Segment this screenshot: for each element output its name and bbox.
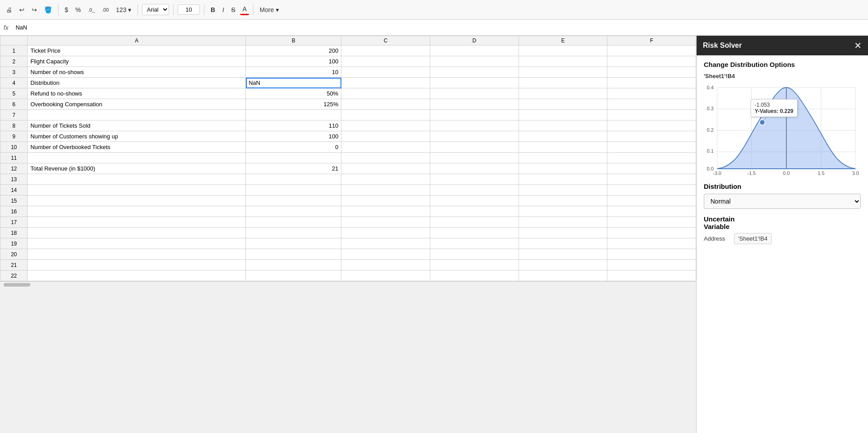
cell-c-1[interactable] xyxy=(341,46,430,56)
text-color-button[interactable]: A xyxy=(240,4,249,15)
cell-a-21[interactable] xyxy=(28,260,246,271)
cell-f-8[interactable] xyxy=(607,121,696,131)
cell-c-11[interactable] xyxy=(341,153,430,163)
cell-c-22[interactable] xyxy=(341,271,430,281)
cell-f-7[interactable] xyxy=(607,110,696,121)
cell-e-12[interactable] xyxy=(519,163,607,174)
paint-format-button[interactable]: 🪣 xyxy=(42,5,54,15)
cell-d-13[interactable] xyxy=(430,174,519,185)
cell-a-10[interactable]: Number of Overbooked Tickets xyxy=(28,142,246,153)
cell-c-7[interactable] xyxy=(341,110,430,121)
cell-a-3[interactable]: Number of no-shows xyxy=(28,67,246,78)
cell-d-3[interactable] xyxy=(430,67,519,78)
cell-f-2[interactable] xyxy=(607,56,696,67)
cell-e-5[interactable] xyxy=(519,88,607,99)
cell-b-17[interactable] xyxy=(246,217,341,228)
cell-d-12[interactable] xyxy=(430,163,519,174)
cell-f-11[interactable] xyxy=(607,153,696,163)
cell-f-5[interactable] xyxy=(607,88,696,99)
cell-f-17[interactable] xyxy=(607,217,696,228)
cell-f-12[interactable] xyxy=(607,163,696,174)
cell-a-13[interactable] xyxy=(28,174,246,185)
cell-c-13[interactable] xyxy=(341,174,430,185)
cell-f-16[interactable] xyxy=(607,206,696,217)
cell-d-15[interactable] xyxy=(430,196,519,206)
cell-e-8[interactable] xyxy=(519,121,607,131)
more-button[interactable]: More ▾ xyxy=(257,5,281,15)
cell-f-21[interactable] xyxy=(607,260,696,271)
cell-e-1[interactable] xyxy=(519,46,607,56)
cell-a-9[interactable]: Number of Customers showing up xyxy=(28,131,246,142)
col-header-c[interactable]: C xyxy=(341,36,430,46)
scroll-thumb[interactable] xyxy=(4,283,30,287)
cell-a-17[interactable] xyxy=(28,217,246,228)
cell-a-11[interactable] xyxy=(28,153,246,163)
cell-a-7[interactable] xyxy=(28,110,246,121)
cell-f-10[interactable] xyxy=(607,142,696,153)
cell-e-7[interactable] xyxy=(519,110,607,121)
cell-f-9[interactable] xyxy=(607,131,696,142)
cell-b-15[interactable] xyxy=(246,196,341,206)
cell-b-13[interactable] xyxy=(246,174,341,185)
cell-a-14[interactable] xyxy=(28,185,246,196)
decimal-dec-button[interactable]: .0_ xyxy=(86,6,97,14)
cell-d-19[interactable] xyxy=(430,238,519,249)
cell-a-15[interactable] xyxy=(28,196,246,206)
cell-b-2[interactable]: 100 xyxy=(246,56,341,67)
panel-close-button[interactable]: ✕ xyxy=(854,40,862,51)
cell-d-5[interactable] xyxy=(430,88,519,99)
cell-e-15[interactable] xyxy=(519,196,607,206)
col-header-f[interactable]: F xyxy=(607,36,696,46)
strikethrough-button[interactable]: S xyxy=(229,5,237,15)
cell-e-11[interactable] xyxy=(519,153,607,163)
horizontal-scrollbar[interactable] xyxy=(0,281,696,287)
cell-b-5[interactable]: 50% xyxy=(246,88,341,99)
cell-c-3[interactable] xyxy=(341,67,430,78)
cell-e-14[interactable] xyxy=(519,185,607,196)
cell-c-17[interactable] xyxy=(341,217,430,228)
cell-e-21[interactable] xyxy=(519,260,607,271)
cell-b-11[interactable] xyxy=(246,153,341,163)
cell-a-5[interactable]: Refund to no-shows xyxy=(28,88,246,99)
cell-a-22[interactable] xyxy=(28,271,246,281)
cell-e-3[interactable] xyxy=(519,67,607,78)
cell-b-19[interactable] xyxy=(246,238,341,249)
cell-c-19[interactable] xyxy=(341,238,430,249)
cell-b-6[interactable]: 125% xyxy=(246,99,341,110)
cell-d-7[interactable] xyxy=(430,110,519,121)
cell-b-9[interactable]: 100 xyxy=(246,131,341,142)
cell-d-18[interactable] xyxy=(430,228,519,238)
cell-f-13[interactable] xyxy=(607,174,696,185)
distribution-select[interactable]: Normal Uniform Triangular Lognormal Expo… xyxy=(704,194,861,209)
decimal-inc-button[interactable]: .00 xyxy=(100,6,111,14)
cell-c-6[interactable] xyxy=(341,99,430,110)
cell-d-10[interactable] xyxy=(430,142,519,153)
cell-d-20[interactable] xyxy=(430,249,519,260)
cell-b-20[interactable] xyxy=(246,249,341,260)
col-header-a[interactable]: A xyxy=(28,36,246,46)
cell-b-21[interactable] xyxy=(246,260,341,271)
cell-b-22[interactable] xyxy=(246,271,341,281)
cell-a-19[interactable] xyxy=(28,238,246,249)
formula-input[interactable] xyxy=(14,23,864,32)
cell-e-13[interactable] xyxy=(519,174,607,185)
cell-e-6[interactable] xyxy=(519,99,607,110)
cell-c-10[interactable] xyxy=(341,142,430,153)
cell-f-22[interactable] xyxy=(607,271,696,281)
cell-d-21[interactable] xyxy=(430,260,519,271)
cell-b-14[interactable] xyxy=(246,185,341,196)
cell-a-2[interactable]: Flight Capacity xyxy=(28,56,246,67)
cell-a-6[interactable]: Overbooking Compensation xyxy=(28,99,246,110)
cell-b-16[interactable] xyxy=(246,206,341,217)
cell-c-18[interactable] xyxy=(341,228,430,238)
cell-b-10[interactable]: 0 xyxy=(246,142,341,153)
italic-button[interactable]: I xyxy=(220,5,226,15)
cell-c-14[interactable] xyxy=(341,185,430,196)
currency-button[interactable]: $ xyxy=(62,5,71,15)
cell-e-9[interactable] xyxy=(519,131,607,142)
cell-a-20[interactable] xyxy=(28,249,246,260)
cell-e-4[interactable] xyxy=(519,78,607,88)
cell-d-11[interactable] xyxy=(430,153,519,163)
font-size-input[interactable] xyxy=(178,4,200,15)
col-header-b[interactable]: B xyxy=(246,36,341,46)
